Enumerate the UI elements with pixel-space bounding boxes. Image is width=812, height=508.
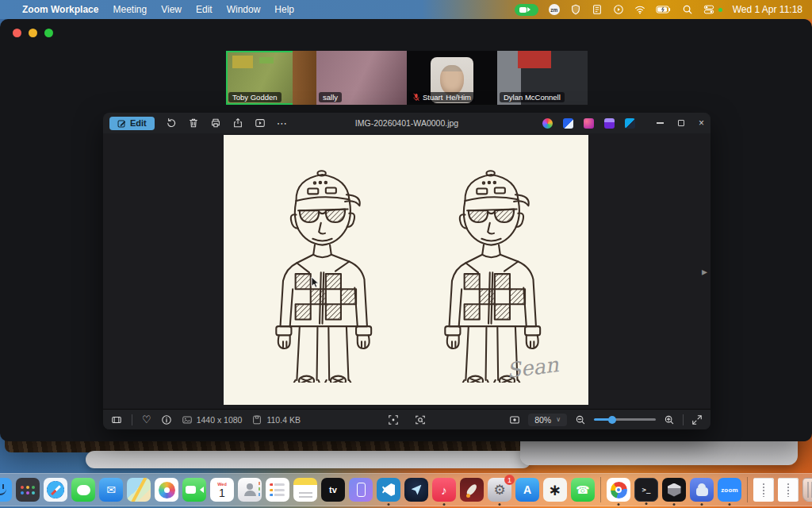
zoom-status-icon[interactable]: zm <box>549 4 560 15</box>
dock-telegram[interactable] <box>404 478 428 502</box>
dock-facetime[interactable] <box>182 478 206 502</box>
menu-meeting[interactable]: Meeting <box>113 4 147 15</box>
dock-app-store[interactable]: A <box>515 478 539 502</box>
dock-terminal[interactable]: >_ <box>634 478 658 502</box>
minimize-traffic-light[interactable] <box>29 29 37 37</box>
video-tile-sally[interactable]: sally <box>316 51 407 105</box>
photos-content: Sean ▸ <box>103 133 710 409</box>
edit-button[interactable]: Edit <box>109 117 155 130</box>
photos-window: Edit ⋯ IMG-20260401-WA0000.jpg × <box>103 113 710 429</box>
minimize-button[interactable] <box>657 122 664 123</box>
dock-safari[interactable] <box>44 478 67 502</box>
zoom-out-icon[interactable] <box>575 414 586 425</box>
dock-launchpad[interactable] <box>16 478 40 502</box>
zoom-in-icon[interactable] <box>664 414 675 425</box>
dock-starburst-app[interactable]: ∗ <box>543 478 567 502</box>
dock-robot-app[interactable] <box>690 478 714 502</box>
dock-phone[interactable]: ☎ <box>571 478 595 502</box>
menu-edit[interactable]: Edit <box>196 4 213 15</box>
video-tile-stuart[interactable]: Stuart He/Him <box>407 51 497 105</box>
menu-clock[interactable]: Wed 1 Apr 11:18 <box>733 4 802 15</box>
zoom-slider-knob[interactable] <box>608 416 616 424</box>
image-canvas[interactable]: Sean <box>224 135 588 405</box>
desktop: { "menubar": { "app_name": "Zoom Workpla… <box>0 0 812 508</box>
dock-separator <box>747 477 748 502</box>
print-icon[interactable] <box>210 117 221 129</box>
more-options-icon[interactable]: ⋯ <box>277 117 288 129</box>
wifi-icon[interactable] <box>634 4 645 15</box>
file-size: 110.4 KB <box>266 415 300 425</box>
filmstrip-toggle-icon[interactable] <box>111 414 122 425</box>
dock-trash[interactable] <box>802 478 812 502</box>
dock-rocket-app[interactable] <box>460 478 484 502</box>
dock-mail[interactable]: ✉ <box>99 478 123 502</box>
edit-pencil-icon <box>117 119 126 128</box>
participant-name-tag: Toby Godden <box>228 92 282 102</box>
dock-finder[interactable] <box>0 478 12 502</box>
dock-system-settings[interactable]: ⚙1 <box>488 478 511 502</box>
shield-icon[interactable] <box>570 4 581 15</box>
close-traffic-light[interactable] <box>13 29 21 37</box>
zoom-level-dropdown[interactable]: 80% ∨ <box>528 414 567 426</box>
screen-share-camera-icon[interactable] <box>515 4 538 16</box>
delete-icon[interactable] <box>188 117 199 129</box>
dock-3d-viewer[interactable] <box>662 478 686 502</box>
dock-maps[interactable] <box>127 478 151 502</box>
info-icon[interactable] <box>161 414 172 425</box>
participant-name-tag: Stuart He/Him <box>409 92 475 102</box>
paint3d-app-icon[interactable] <box>584 118 594 129</box>
dock-zip-file-2[interactable] <box>778 478 799 502</box>
dock-notes[interactable] <box>293 478 317 502</box>
dock-vscode[interactable] <box>377 478 400 502</box>
video-tile-dylan[interactable]: Dylan McConnell <box>497 51 588 105</box>
door <box>293 51 316 105</box>
photos-titlebar: Edit ⋯ IMG-20260401-WA0000.jpg × <box>103 113 710 133</box>
menu-view[interactable]: View <box>161 4 182 15</box>
image-dimensions: 1440 x 1080 <box>197 415 243 425</box>
menu-help[interactable]: Help <box>274 4 294 15</box>
muted-mic-icon <box>413 93 419 102</box>
dock-reminders[interactable] <box>266 478 289 502</box>
menu-window[interactable]: Window <box>227 4 261 15</box>
notes-status-icon[interactable] <box>592 4 603 15</box>
dock-contacts[interactable] <box>238 478 262 502</box>
slideshow-icon[interactable] <box>255 117 266 129</box>
spotlight-search-icon[interactable] <box>682 4 693 15</box>
dock-calendar[interactable]: Wed1 <box>210 478 234 502</box>
zoom-meeting-window: Toby Godden sally Stuart He/Him Dylan Mc… <box>0 19 812 441</box>
favorite-icon[interactable]: ♡ <box>142 414 151 425</box>
designer-app-icon[interactable] <box>563 118 573 129</box>
dock-music[interactable]: ♪ <box>432 478 456 502</box>
fill-window-icon[interactable] <box>509 414 520 425</box>
dock-iphone-mirroring[interactable] <box>349 478 373 502</box>
battery-icon[interactable] <box>656 4 672 15</box>
zoom-traffic-light[interactable] <box>44 29 53 37</box>
dock-apple-tv[interactable]: tv <box>321 478 345 502</box>
dock-zoom[interactable]: zoom <box>718 478 741 502</box>
share-icon[interactable] <box>232 117 243 129</box>
control-center-icon[interactable] <box>703 4 714 15</box>
close-button[interactable]: × <box>699 118 704 128</box>
next-image-button[interactable]: ▸ <box>702 265 707 278</box>
rotate-icon[interactable] <box>166 117 177 129</box>
background-window-left[interactable] <box>86 451 531 468</box>
dock-chrome[interactable] <box>607 478 630 502</box>
fullscreen-icon[interactable] <box>691 414 703 425</box>
screen-record-icon[interactable] <box>613 4 624 15</box>
video-tile-toby[interactable]: Toby Godden <box>226 51 316 105</box>
dock-zip-file-1[interactable] <box>753 478 774 502</box>
file-size-icon <box>251 414 262 425</box>
paint-app-icon[interactable] <box>625 118 635 129</box>
zoom-to-fit-icon[interactable] <box>388 414 399 425</box>
photos-statusbar: ♡ 1440 x 1080 110.4 KB 80% ∨ <box>103 409 710 429</box>
menu-app-name[interactable]: Zoom Workplace <box>22 4 98 15</box>
restore-button[interactable] <box>678 120 684 126</box>
clipchamp-app-icon[interactable] <box>604 118 615 129</box>
dock-photos[interactable] <box>155 478 178 502</box>
settings-badge: 1 <box>504 475 515 485</box>
photos-gallery-app-icon[interactable] <box>542 118 553 129</box>
video-strip: Toby Godden sally Stuart He/Him Dylan Mc… <box>226 51 588 105</box>
zoom-slider[interactable] <box>594 418 656 421</box>
dock-messages[interactable] <box>71 478 95 502</box>
visual-search-icon[interactable] <box>415 414 426 425</box>
